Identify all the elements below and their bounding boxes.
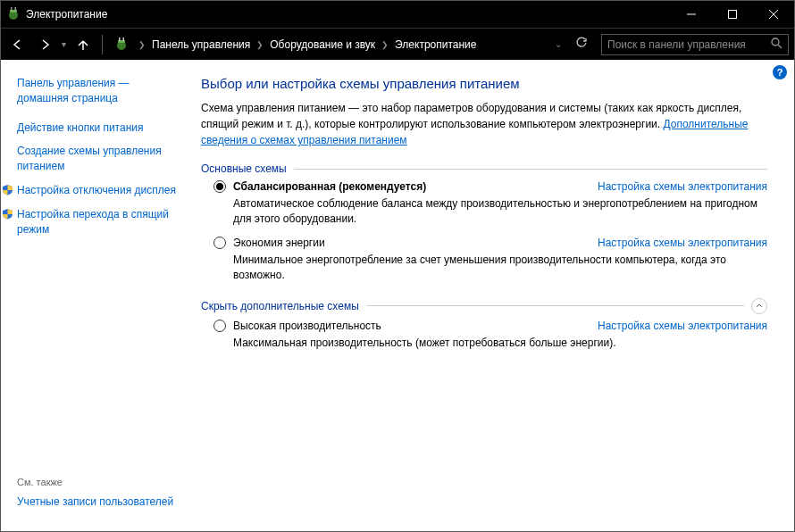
- sidebar-link-power-button[interactable]: Действие кнопки питания: [17, 121, 176, 136]
- breadcrumb[interactable]: ❯ Панель управления ❯ Оборудование и зву…: [137, 34, 567, 55]
- crumb-power-options[interactable]: Электропитание: [395, 38, 476, 51]
- main-panel: Выбор или настройка схемы управления пит…: [187, 60, 794, 531]
- plan-power-saver: Экономия энергии Настройка схемы электро…: [213, 237, 767, 284]
- navbar: ▾ ❯ Панель управления ❯ Оборудование и з…: [1, 28, 794, 60]
- crumb-hardware-sound[interactable]: Оборудование и звук: [270, 38, 375, 51]
- plan-radio-balanced[interactable]: [213, 180, 226, 193]
- search-box[interactable]: [601, 34, 789, 55]
- section-extra-label: Скрыть дополнительные схемы: [201, 300, 359, 312]
- window-controls: [671, 1, 794, 28]
- intro-text-body: Схема управления питанием — это набор па…: [201, 102, 741, 130]
- sidebar: Панель управления — домашняя страница Де…: [1, 60, 187, 531]
- see-also-user-accounts[interactable]: Учетные записи пользователей: [17, 495, 176, 510]
- section-main-label: Основные схемы: [201, 162, 287, 175]
- search-icon[interactable]: [771, 37, 782, 52]
- plan-radio-power-saver[interactable]: [213, 237, 226, 249]
- chevron-right-icon: ❯: [137, 40, 147, 49]
- plan-desc-high-performance: Максимальная производительность (может п…: [233, 336, 767, 351]
- chevron-right-icon: ❯: [380, 40, 390, 49]
- address-power-icon: [113, 37, 130, 53]
- window-title: Электропитание: [26, 8, 671, 21]
- intro-text: Схема управления питанием — это набор па…: [201, 100, 767, 148]
- svg-rect-2: [11, 7, 13, 11]
- recent-dropdown[interactable]: ▾: [60, 39, 68, 49]
- help-icon[interactable]: ?: [773, 65, 787, 79]
- see-also-heading: См. также: [17, 477, 176, 487]
- plan-settings-link-power-saver[interactable]: Настройка схемы электропитания: [598, 237, 767, 249]
- plan-settings-link-high-performance[interactable]: Настройка схемы электропитания: [598, 320, 767, 332]
- plan-name-balanced[interactable]: Сбалансированная (рекомендуется): [233, 180, 426, 193]
- divider: [366, 305, 744, 306]
- sidebar-link-create-plan[interactable]: Создание схемы управления питанием: [17, 144, 176, 174]
- svg-rect-3: [15, 7, 17, 11]
- maximize-button[interactable]: [712, 1, 753, 28]
- shield-icon: [1, 184, 13, 196]
- svg-rect-5: [729, 11, 737, 19]
- plan-balanced: Сбалансированная (рекомендуется) Настрой…: [213, 180, 767, 228]
- plan-radio-high-performance[interactable]: [213, 320, 226, 332]
- section-extra-plans: Скрыть дополнительные схемы: [201, 298, 767, 314]
- address-dropdown[interactable]: ⌄: [555, 39, 567, 49]
- sidebar-link-sleep[interactable]: Настройка перехода в спящий режим: [17, 207, 176, 237]
- svg-rect-11: [123, 37, 125, 41]
- plan-desc-power-saver: Минимальное энергопотребление за счет ум…: [233, 253, 767, 284]
- up-button[interactable]: [71, 33, 95, 56]
- plan-name-high-performance[interactable]: Высокая производительность: [233, 320, 381, 332]
- divider: [294, 169, 767, 170]
- search-input[interactable]: [607, 38, 767, 51]
- chevron-right-icon: ❯: [255, 40, 265, 49]
- svg-rect-10: [119, 37, 121, 41]
- power-app-icon: [6, 7, 21, 21]
- page-heading: Выбор или настройка схемы управления пит…: [201, 76, 767, 91]
- close-button[interactable]: [753, 1, 794, 28]
- plan-settings-link-balanced[interactable]: Настройка схемы электропитания: [598, 180, 767, 193]
- plan-desc-balanced: Автоматическое соблюдение баланса между …: [233, 196, 767, 228]
- refresh-button[interactable]: [571, 37, 592, 52]
- svg-point-12: [772, 38, 779, 46]
- back-button[interactable]: [6, 33, 29, 56]
- shield-icon: [1, 208, 13, 220]
- crumb-control-panel[interactable]: Панель управления: [152, 38, 250, 51]
- separator: [102, 35, 103, 54]
- section-main-plans: Основные схемы: [201, 162, 767, 175]
- titlebar: Электропитание: [1, 1, 794, 28]
- sidebar-home-link[interactable]: Панель управления — домашняя страница: [17, 76, 176, 106]
- content-area: ? Панель управления — домашняя страница …: [1, 60, 794, 531]
- plan-high-performance: Высокая производительность Настройка схе…: [213, 320, 767, 351]
- minimize-button[interactable]: [671, 1, 712, 28]
- collapse-button[interactable]: [751, 298, 767, 314]
- forward-button[interactable]: [33, 33, 56, 56]
- plan-name-power-saver[interactable]: Экономия энергии: [233, 237, 325, 249]
- svg-line-13: [778, 45, 782, 48]
- sidebar-link-display-off[interactable]: Настройка отключения дисплея: [17, 183, 176, 198]
